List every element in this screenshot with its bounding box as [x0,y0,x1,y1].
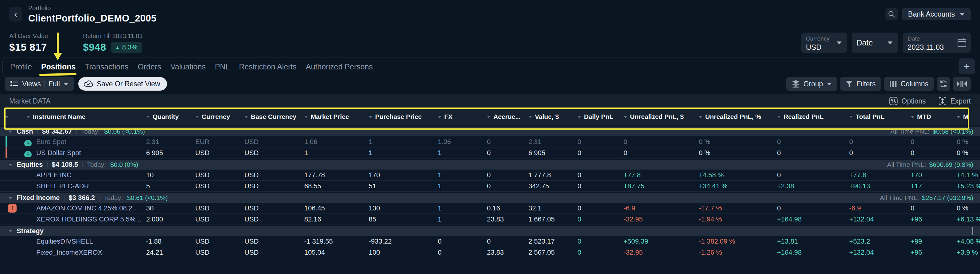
sort-caret-icon[interactable] [5,116,9,118]
table-row[interactable]: US Dollar Spot6 905USDUSD11106 905000 %0… [0,147,980,159]
sort-caret-icon[interactable] [9,230,12,232]
sort-caret-icon[interactable] [438,116,441,118]
group-alltime-pnl-value: $690.69 (9.8%) [929,161,973,168]
table-cell: +164.98 [772,249,844,256]
group-dropdown[interactable]: Group [786,77,837,91]
column-header-market-price[interactable]: Market Price [299,108,364,125]
column-header-accrue[interactable]: Accrue... [482,108,523,125]
column-header-total-pnl[interactable]: Total PnL [844,108,906,125]
group-row-cash[interactable]: Cash$8 342.67Today:$0.06 (<0.1%)All Time… [0,127,980,136]
column-header-purchase-price[interactable]: Purchase Price [364,108,433,125]
sort-caret-icon[interactable] [369,116,372,118]
sort-caret-icon[interactable] [624,116,627,118]
column-header-instrument-name[interactable]: Instrument Name [21,108,141,125]
sort-caret-icon[interactable] [146,116,150,118]
search-button[interactable] [885,8,898,20]
instrument-name-link[interactable]: EquitiesDIVSHELL [21,237,141,245]
column-header-unrealized-pnl[interactable]: Unrealized PnL, $ [619,108,694,125]
instrument-name-link[interactable]: Fixed_IncomeXEROX [21,249,141,256]
sort-caret-icon[interactable] [9,131,12,133]
sort-caret-icon[interactable] [304,116,308,118]
column-header-value[interactable]: Value, $ [523,108,573,125]
tab-profile[interactable]: Profile [10,62,32,71]
tab-positions[interactable]: Positions [41,62,76,71]
collapse-panel-button[interactable] [953,77,971,91]
add-tab-button[interactable]: + [959,58,975,74]
return-label: Return Till 2023.11.03 [83,33,142,40]
group-row-equities[interactable]: Equities$4 108.5Today:$0.0 (0%)All Time … [0,160,980,170]
sort-caret-icon[interactable] [699,116,702,118]
instrument-name-link[interactable]: SHELL PLC-ADR [21,182,141,190]
tab-authorized-persons[interactable]: Authorized Persons [306,62,373,71]
table-cell: 1 [433,171,482,179]
column-header-unrealized-pnl[interactable]: Unrealized PnL, % [694,108,772,125]
column-header-m[interactable]: M [952,108,980,125]
save-or-reset-view-button[interactable]: Save Or Reset View [78,77,167,91]
sort-caret-icon[interactable] [911,116,914,118]
sort-caret-icon[interactable] [9,197,12,199]
group-row-fixed-income[interactable]: Fixed Income$3 366.2Today:$0.61 (<0.1%)A… [0,193,980,203]
columns-button[interactable]: Columns [884,77,934,91]
table-row[interactable]: XEROX HOLDINGS CORP 5.5% ...2 000USDUSD8… [0,214,980,225]
row-status-cell [0,247,21,258]
instrument-name-link[interactable]: XEROX HOLDINGS CORP 5.5% ... [21,215,141,223]
column-header-mtd[interactable]: MTD [906,108,952,125]
currency-select[interactable]: Currency USD [801,33,847,53]
instrument-name-link[interactable]: US Dollar Spot [21,149,141,157]
export-button[interactable]: Export [938,97,971,105]
tab-valuations[interactable]: Valuations [170,62,206,71]
instrument-name: US Dollar Spot [36,149,81,157]
bank-accounts-dropdown[interactable]: Bank Accounts [902,8,971,20]
sort-caret-icon[interactable] [777,116,781,118]
column-header-realized-pnl[interactable]: Realized PnL [772,108,844,125]
table-cell: 0 [573,215,619,223]
sort-caret-icon[interactable] [9,164,12,166]
tab-transactions[interactable]: Transactions [85,62,128,71]
table-cell: +132.04 [844,215,906,223]
refresh-button[interactable] [937,77,950,91]
column-header-fx[interactable]: FX [433,108,482,125]
table-cell: 0 [573,171,619,179]
sort-caret-icon[interactable] [528,116,532,118]
back-button[interactable]: ‹ [9,7,22,22]
options-button[interactable]: Options [889,97,926,105]
group-row-strategy[interactable]: Strategy [0,226,980,236]
column-header-quantity[interactable]: Quantity [141,108,190,125]
sort-caret-icon[interactable] [195,116,199,118]
tab-pnl[interactable]: PNL [215,62,230,71]
sort-caret-icon[interactable] [26,116,30,118]
table-row[interactable]: SHELL PLC-ADR5USDUSD68.555110342.750+87.… [0,181,980,192]
table-cell: 1 [364,138,433,146]
instrument-name: Fixed_IncomeXEROX [36,249,102,256]
table-cell: 0.16 [482,204,523,212]
instrument-name-link[interactable]: Euro Spot [21,138,141,146]
date-mode-select[interactable]: Date [852,33,898,53]
filters-button[interactable]: Filters [840,77,881,91]
sort-caret-icon[interactable] [849,116,853,118]
tab-orders[interactable]: Orders [138,62,161,71]
sort-caret-icon[interactable] [244,116,248,118]
table-row[interactable]: Fixed_IncomeXEROX24.21USDUSD105.04100023… [0,247,980,258]
date-field[interactable]: Date 2023.11.03 [903,33,971,53]
table-row[interactable]: EquitiesDIVSHELL-1.88USDUSD-1 319.55-933… [0,236,980,247]
scrollbar-thumb[interactable] [972,227,973,235]
group-today-label: Today: [87,161,106,168]
column-header-label: Unrealized PnL, % [705,113,761,120]
table-row[interactable]: APPLE INC10USDUSD177.78170101 777.80+77.… [0,170,980,181]
views-dropdown[interactable]: Views Full [5,77,74,91]
column-header-currency[interactable]: Currency [190,108,239,125]
sort-caret-icon[interactable] [487,116,491,118]
column-header-base-currency[interactable]: Base Currency [239,108,299,125]
column-header-daily-pnl[interactable]: Daily PnL [573,108,619,125]
tab-restriction-alerts[interactable]: Restriction Alerts [239,62,297,71]
table-cell: 130 [364,204,433,212]
column-header-expander[interactable] [0,108,21,125]
annotation-arrow [57,33,59,53]
instrument-name-link[interactable]: AMAZON.COM INC 4.25% 08.2... [21,204,141,212]
table-row[interactable]: Euro Spot2.31EURUSD1.0611.0602.31000 %00… [0,136,980,147]
sort-caret-icon[interactable] [578,116,581,118]
table-cell: USD [190,171,239,179]
table-row[interactable]: !AMAZON.COM INC 4.25% 08.2...30USDUSD106… [0,203,980,214]
sort-caret-icon[interactable] [957,116,960,118]
instrument-name-link[interactable]: APPLE INC [21,171,141,179]
